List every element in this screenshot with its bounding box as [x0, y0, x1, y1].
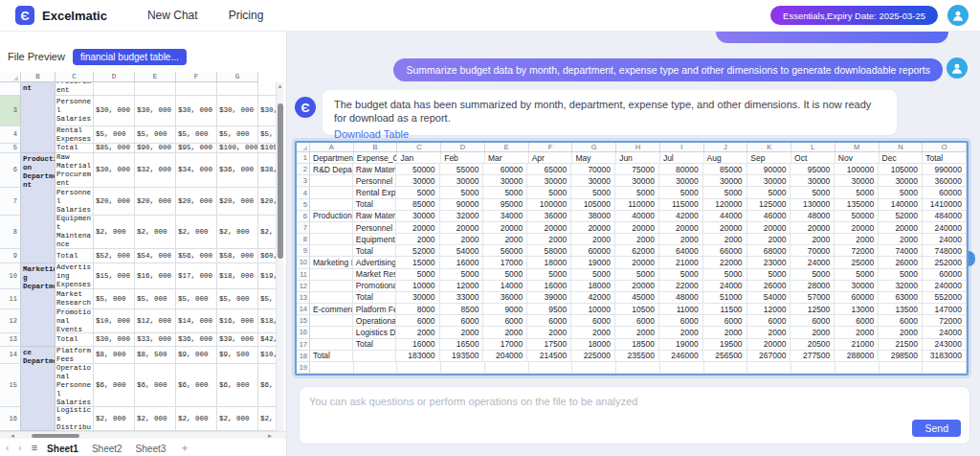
value-cell[interactable]: $2, 000 [258, 216, 277, 249]
result-cell-F16[interactable]: 2000 [527, 327, 571, 338]
result-cell-I7[interactable]: 20000 [659, 222, 703, 234]
result-cell-F2[interactable]: 65000 [527, 164, 571, 175]
result-cell-B9[interactable]: Total [353, 245, 396, 257]
result-cell-N6[interactable]: 52000 [879, 211, 923, 222]
result-cell-F8[interactable]: 2000 [527, 234, 571, 245]
col-header-B[interactable]: B [21, 72, 56, 82]
value-cell[interactable] [94, 82, 135, 96]
value-cell[interactable]: $20, 000 [258, 188, 277, 216]
chat-input[interactable] [309, 396, 960, 424]
send-button[interactable]: Send [912, 420, 961, 437]
value-cell[interactable]: $5, 000 [135, 126, 176, 144]
result-cell-M11[interactable]: 5000 [835, 269, 879, 281]
result-cell-N9[interactable]: 74000 [879, 245, 923, 257]
result-cell-M9[interactable]: 72000 [835, 245, 879, 257]
result-col-header-C[interactable]: C [397, 143, 441, 152]
result-cell-M14[interactable]: 13000 [835, 304, 879, 315]
result-cell-G11[interactable]: 5000 [571, 269, 615, 281]
result-cell-I4[interactable]: 5000 [659, 187, 703, 198]
result-cell-M8[interactable]: 2000 [835, 234, 879, 245]
result-cell-L11[interactable]: 5000 [791, 269, 835, 281]
result-cell-G7[interactable]: 20000 [571, 222, 615, 234]
result-cell-F14[interactable]: 9500 [527, 304, 571, 315]
result-cell-F11[interactable]: 5000 [527, 269, 571, 281]
value-cell[interactable]: $2, 000 [135, 216, 176, 249]
vertical-scroll-thumb[interactable] [278, 103, 283, 259]
value-cell[interactable]: $5, 000 [94, 126, 135, 144]
result-cell-O7[interactable]: 240000 [923, 222, 967, 234]
result-cell-H4[interactable]: 5000 [615, 187, 659, 198]
col-header-F[interactable]: F [176, 72, 217, 82]
result-row-header-15[interactable]: 15 [297, 315, 310, 327]
result-cell-M18[interactable]: 288000 [835, 351, 879, 362]
result-cell-C12[interactable]: 10000 [396, 281, 440, 292]
result-cell-E8[interactable]: 2000 [483, 234, 527, 245]
result-col-header-M[interactable]: M [835, 143, 880, 152]
result-cell-J17[interactable]: 19500 [703, 339, 747, 351]
result-cell-D7[interactable]: 20000 [440, 222, 484, 234]
expense-cell[interactable]: Platform Fees [56, 347, 94, 364]
result-cell-G14[interactable]: 10000 [571, 304, 615, 315]
result-cell-E18[interactable]: 204000 [483, 351, 527, 362]
result-cell-G10[interactable]: 19000 [571, 257, 615, 268]
result-row-header-18[interactable]: 18 [297, 351, 310, 362]
col-header-E[interactable]: E [135, 72, 176, 82]
value-cell[interactable]: $20, 000 [94, 188, 135, 216]
result-cell-L17[interactable]: 20500 [791, 339, 835, 351]
expense-cell[interactable]: Total [56, 333, 94, 347]
result-cell-L7[interactable]: 20000 [791, 222, 835, 234]
result-cell-A16[interactable] [310, 327, 353, 338]
value-cell[interactable]: $16, 000 [135, 263, 176, 289]
result-col-header-H[interactable]: H [616, 143, 660, 152]
result-cell-C11[interactable]: 5000 [396, 269, 440, 281]
result-cell-K17[interactable]: 20000 [747, 339, 791, 351]
result-cell-N15[interactable]: 6000 [879, 315, 923, 327]
value-cell[interactable]: $15, 000 [94, 263, 135, 289]
row-header-12[interactable]: 12 [0, 309, 21, 333]
value-cell[interactable]: $85, 000 [94, 144, 135, 153]
result-cell-O8[interactable]: 24000 [923, 234, 967, 245]
result-cell-K10[interactable]: 23000 [747, 257, 791, 268]
row-header-14[interactable]: 14 [0, 347, 21, 364]
result-cell-H3[interactable]: 30000 [615, 175, 659, 187]
result-cell-B6[interactable]: Raw Materi [353, 211, 396, 222]
row-header-8[interactable]: 8 [0, 216, 21, 249]
result-row-header-13[interactable]: 13 [297, 292, 310, 304]
result-cell-J5[interactable]: 120000 [703, 199, 747, 211]
result-cell-O18[interactable]: 3183000 [923, 351, 967, 362]
result-cell-J3[interactable]: 30000 [703, 175, 747, 187]
result-cell-E12[interactable]: 14000 [483, 281, 527, 292]
value-cell[interactable]: $58, 000 [217, 249, 258, 263]
result-cell-C19[interactable] [397, 362, 441, 374]
result-cell-L16[interactable]: 2000 [791, 327, 835, 338]
result-cell-N11[interactable]: 5000 [879, 269, 923, 281]
result-cell-K3[interactable]: 30000 [747, 175, 791, 187]
sheet-tab-sheet1[interactable]: Sheet1 [47, 444, 78, 456]
value-cell[interactable]: $5, 000 [217, 126, 258, 144]
value-cell[interactable]: $2, 000 [176, 407, 217, 431]
result-cell-B7[interactable]: Personnel S [353, 222, 396, 234]
result-cell-A15[interactable] [310, 315, 353, 327]
result-cell-K14[interactable]: 12000 [747, 304, 791, 315]
result-cell-H7[interactable]: 20000 [615, 222, 659, 234]
result-cell-B8[interactable]: Equipment [353, 234, 396, 245]
result-cell-B2[interactable]: Raw Materi [353, 164, 396, 175]
result-cell-D2[interactable]: 55000 [440, 164, 484, 175]
result-cell-E3[interactable]: 30000 [483, 175, 527, 187]
value-cell[interactable]: $2, 000 [258, 407, 277, 431]
result-cell-K13[interactable]: 54000 [747, 292, 791, 304]
result-cell-O6[interactable]: 484000 [923, 211, 967, 222]
download-table-link[interactable]: Download Table [334, 128, 409, 140]
value-cell[interactable]: $20, 000 [176, 188, 217, 216]
result-cell-D19[interactable] [441, 362, 485, 374]
result-cell-I6[interactable]: 42000 [659, 211, 703, 222]
value-cell[interactable]: $12, 000 [135, 309, 176, 333]
result-cell-D11[interactable]: 5000 [440, 269, 484, 281]
result-cell-M12[interactable]: 30000 [835, 281, 879, 292]
result-cell-F15[interactable]: 6000 [527, 315, 571, 327]
result-cell-H17[interactable]: 18500 [615, 339, 659, 351]
result-cell-L1[interactable]: Oct [791, 152, 835, 164]
value-cell[interactable]: $56, 000 [176, 249, 217, 263]
value-cell[interactable]: $10, 000 [258, 347, 277, 364]
result-cell-O15[interactable]: 72000 [923, 315, 967, 327]
